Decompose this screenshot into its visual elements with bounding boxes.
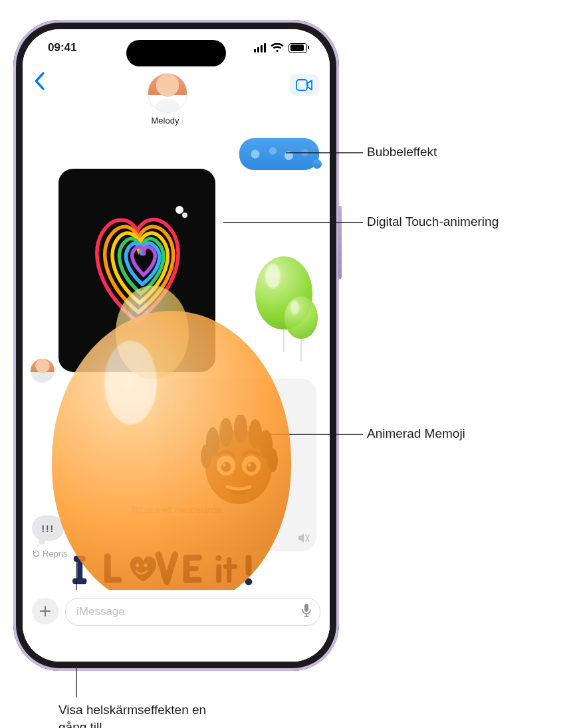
compose-bar: iMessage	[23, 590, 330, 662]
apps-plus-button[interactable]	[32, 598, 58, 624]
back-button[interactable]	[33, 72, 45, 90]
chevron-right-icon: ›	[181, 116, 183, 126]
dictation-icon[interactable]	[301, 603, 312, 620]
contact-header[interactable]: Melody ›	[45, 73, 290, 126]
wifi-icon	[271, 43, 284, 52]
svg-rect-34	[304, 604, 308, 612]
contact-avatar	[148, 73, 187, 113]
cellular-icon	[254, 43, 267, 52]
battery-icon	[288, 43, 307, 53]
plus-icon	[39, 604, 52, 618]
contact-name-label: Melody	[152, 116, 179, 126]
svg-rect-0	[296, 80, 307, 90]
status-time: 09:41	[48, 41, 76, 54]
message-placeholder: iMessage	[76, 605, 125, 618]
nav-header: Melody ›	[23, 66, 330, 138]
message-input[interactable]: iMessage	[65, 598, 320, 626]
facetime-button[interactable]	[290, 74, 319, 96]
dynamic-island	[126, 40, 226, 66]
